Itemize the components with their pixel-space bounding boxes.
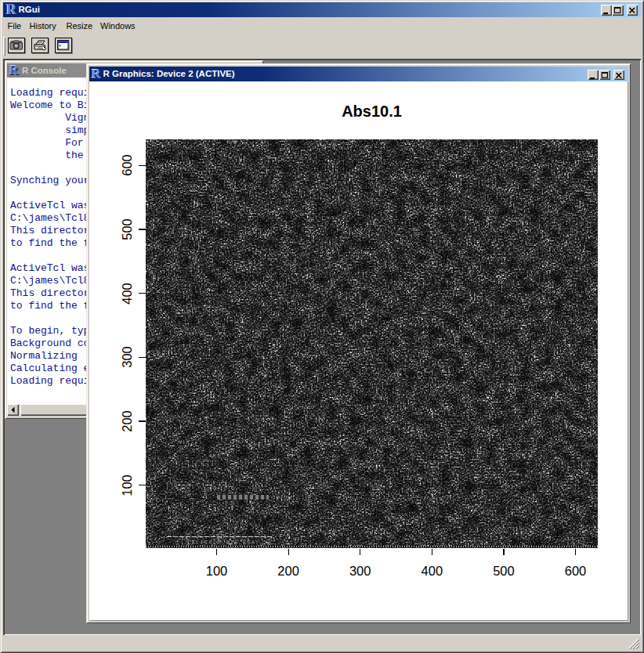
svg-text:R: R <box>92 68 102 80</box>
svg-text:R: R <box>6 3 17 16</box>
svg-text:R: R <box>9 64 20 76</box>
